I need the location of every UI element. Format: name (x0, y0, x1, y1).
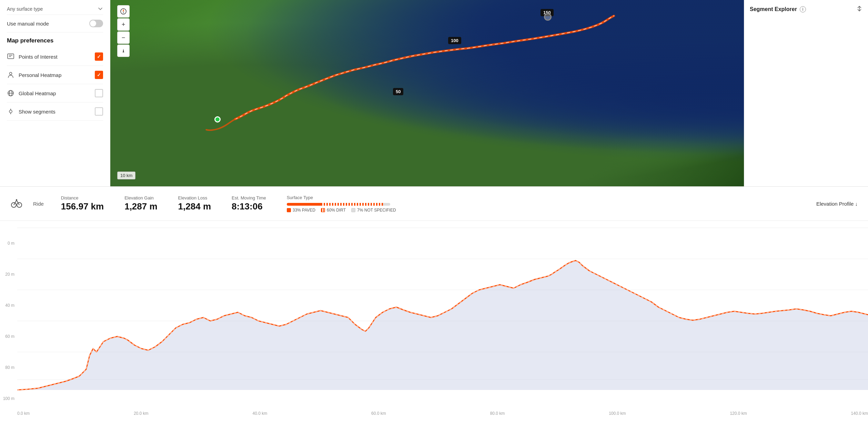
milestone-100: 100 (448, 37, 461, 44)
show-segments-row: Show segments (7, 102, 103, 121)
y-label-0: 0 m (0, 241, 17, 246)
svg-marker-11 (123, 9, 124, 11)
sidebar: Any surface type Use manual mode Map pre… (0, 0, 110, 186)
surface-type-section: Surface Type 33% PAVED 60% DIRT 7% NOT S… (287, 195, 396, 213)
elevation-chart: 100 m 80 m 60 m 40 m 20 m 0 m 0.0 km 20.… (0, 221, 868, 421)
y-label-80: 80 m (0, 365, 17, 370)
legend-unspecified-label: 7% NOT SPECIFIED (357, 208, 396, 213)
legend-paved-dot (287, 208, 291, 212)
compass-button[interactable] (117, 5, 130, 18)
moving-time-label: Est. Moving Time (232, 195, 266, 200)
y-label-60: 60 m (0, 334, 17, 339)
svg-marker-13 (123, 49, 124, 53)
legend-unspecified-dot (351, 208, 355, 212)
ride-icon (10, 197, 23, 210)
ride-type-label: Ride (33, 201, 44, 207)
y-label-100: 100 m (0, 396, 17, 401)
x-label-80: 80.0 km (490, 411, 505, 416)
surface-paved-bar (287, 203, 321, 206)
legend-paved: 33% PAVED (287, 208, 315, 213)
poi-icon (7, 53, 14, 60)
global-heatmap-label: Global Heatmap (19, 90, 56, 96)
elevation-gain-label: Elevation Gain (124, 195, 157, 200)
legend-paved-label: 33% PAVED (293, 208, 315, 213)
globe-icon (7, 89, 14, 97)
x-label-100: 100.0 km (609, 411, 626, 416)
global-heatmap-row: Global Heatmap (7, 84, 103, 102)
distance-label: Distance (61, 195, 104, 200)
elevation-loss-label: Elevation Loss (178, 195, 211, 200)
show-segments-label: Show segments (19, 109, 55, 115)
moving-time-group: Est. Moving Time 8:13:06 (232, 195, 266, 212)
ride-type-group: Ride (33, 201, 44, 207)
milestone-50: 50 (393, 88, 403, 95)
y-label-20: 20 m (0, 272, 17, 277)
manual-mode-label: Use manual mode (7, 21, 49, 27)
elevation-gain-value: 1,287 m (124, 201, 157, 212)
points-of-interest-row: Points of Interest (7, 48, 103, 66)
elevation-x-axis: 0.0 km 20.0 km 40.0 km 60.0 km 80.0 km 1… (17, 407, 868, 421)
y-label-40: 40 m (0, 303, 17, 308)
map-preferences-title: Map preferences (7, 32, 103, 48)
manual-mode-toggle[interactable] (89, 20, 103, 27)
svg-point-3 (10, 72, 12, 75)
surface-legend: 33% PAVED 60% DIRT 7% NOT SPECIFIED (287, 208, 396, 213)
any-surface-label: Any surface type (7, 6, 43, 12)
north-button[interactable] (117, 45, 130, 57)
x-label-60: 60.0 km (371, 411, 386, 416)
elevation-gain-group: Elevation Gain 1,287 m (124, 195, 157, 212)
surface-dirt-bar (321, 203, 383, 206)
svg-point-7 (9, 110, 12, 113)
start-dot (214, 116, 221, 123)
map-distance-label: 10 km (117, 172, 135, 179)
personal-heatmap-checkbox[interactable] (95, 71, 103, 79)
map-area[interactable]: 50 100 150 + − 10 km i Segment Explorer … (110, 0, 868, 186)
end-marker (544, 13, 552, 21)
elevation-loss-group: Elevation Loss 1,284 m (178, 195, 211, 212)
elevation-profile-button[interactable]: Elevation Profile ↓ (816, 201, 858, 207)
poi-checkbox[interactable] (95, 52, 103, 61)
svg-point-17 (16, 199, 17, 200)
x-label-40: 40.0 km (252, 411, 267, 416)
zoom-in-button[interactable]: + (117, 18, 130, 31)
elevation-y-axis: 100 m 80 m 60 m 40 m 20 m 0 m (0, 221, 17, 421)
segment-explorer-title: Segment Explorer (750, 6, 797, 12)
stats-bar: Ride Distance 156.97 km Elevation Gain 1… (0, 186, 868, 221)
segment-explorer-expand-icon[interactable] (856, 6, 862, 13)
segment-explorer-info-icon[interactable]: i (800, 6, 806, 12)
distance-value: 156.97 km (61, 201, 104, 212)
svg-rect-0 (8, 54, 14, 59)
chevron-down-icon (98, 6, 103, 12)
personal-heatmap-row: Personal Heatmap (7, 66, 103, 84)
global-heatmap-checkbox[interactable] (95, 89, 103, 97)
x-label-0: 0.0 km (17, 411, 30, 416)
segment-explorer-panel: Segment Explorer i (744, 0, 868, 186)
surface-bar (287, 203, 390, 206)
segment-explorer-header: Segment Explorer i (750, 6, 862, 13)
legend-dirt: 60% DIRT (321, 208, 346, 213)
segments-icon (7, 108, 14, 115)
x-label-120: 120.0 km (730, 411, 747, 416)
moving-time-value: 8:13:06 (232, 201, 266, 212)
poi-label: Points of Interest (19, 54, 58, 60)
svg-marker-12 (123, 11, 124, 14)
any-surface-row: Any surface type (7, 3, 103, 15)
x-label-20: 20.0 km (134, 411, 149, 416)
show-segments-checkbox[interactable] (95, 107, 103, 116)
legend-dirt-dot (321, 208, 325, 212)
person-icon (7, 71, 14, 79)
elevation-svg (17, 221, 868, 404)
zoom-out-button[interactable]: − (117, 31, 130, 44)
surface-unspecified-bar (383, 203, 390, 206)
x-label-140: 140.0 km (851, 411, 868, 416)
legend-unspecified: 7% NOT SPECIFIED (351, 208, 396, 213)
legend-dirt-label: 60% DIRT (327, 208, 346, 213)
elevation-loss-value: 1,284 m (178, 201, 211, 212)
distance-group: Distance 156.97 km (61, 195, 104, 212)
map-controls: + − (117, 5, 130, 57)
manual-mode-row: Use manual mode (7, 15, 103, 32)
surface-type-label: Surface Type (287, 195, 396, 200)
personal-heatmap-label: Personal Heatmap (19, 72, 61, 78)
